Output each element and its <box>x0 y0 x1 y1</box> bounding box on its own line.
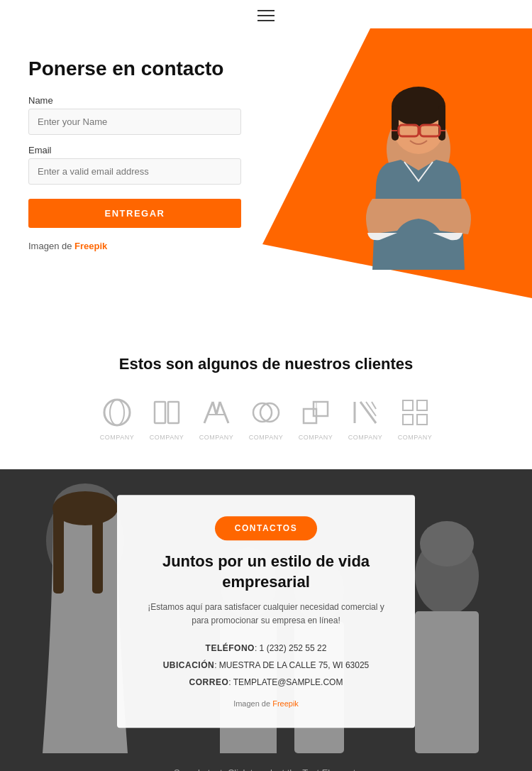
clients-title: Estos son algunos de nuestros clientes <box>21 355 511 373</box>
hero-title: Ponerse en contacto <box>28 57 241 81</box>
email-input[interactable] <box>28 158 241 185</box>
email-label: CORREO <box>189 677 229 687</box>
svg-line-16 <box>204 402 213 423</box>
list-item: COMPANY <box>348 395 383 441</box>
name-form-group: Name <box>28 95 241 135</box>
clients-section: Estos son algunos de nuestros clientes C… <box>0 327 532 469</box>
svg-line-28 <box>366 402 376 416</box>
email-label: Email <box>28 145 241 155</box>
svg-point-2 <box>392 87 445 126</box>
location-label: UBICACIÓN <box>163 660 215 670</box>
contact-banner: CONTACTOS Juntos por un estilo de vida e… <box>0 469 532 753</box>
name-label: Name <box>28 95 241 106</box>
banner-credit: Imagen de Freepik <box>142 699 390 708</box>
footer: Sample text. Click to select the Text El… <box>0 753 532 771</box>
submit-button[interactable]: ENTREGAR <box>28 199 241 228</box>
list-item: COMPANY <box>397 395 433 441</box>
hero-credit: Imagen de Freepik <box>28 241 241 251</box>
banner-title: Juntos por un estilo de vida empresarial <box>142 552 390 592</box>
svg-rect-31 <box>417 400 427 410</box>
hero-section: Ponerse en contacto Name Email ENTREGAR … <box>0 28 532 327</box>
svg-rect-32 <box>403 415 413 425</box>
name-input[interactable] <box>28 109 241 135</box>
banner-card: CONTACTOS Juntos por un estilo de vida e… <box>117 495 415 728</box>
svg-rect-30 <box>403 400 413 410</box>
svg-point-10 <box>104 400 130 425</box>
svg-rect-3 <box>392 105 399 141</box>
banner-description: ¡Estamos aquí para satisfacer cualquier … <box>142 601 390 628</box>
phone-line: TELÉFONO: 1 (232) 252 55 22 <box>142 640 390 657</box>
header <box>0 0 532 28</box>
credit-prefix: Imagen de <box>28 241 74 251</box>
list-item: COMPANY <box>199 395 234 441</box>
hamburger-icon[interactable] <box>257 10 275 21</box>
list-item: COMPANY <box>99 395 135 441</box>
phone-value: : 1 (232) 252 55 22 <box>255 643 326 653</box>
email-line: CORREO: TEMPLATE@SAMPLE.COM <box>142 674 390 691</box>
phone-label: TELÉFONO <box>206 643 255 653</box>
location-value: : MUESTRA DE LA CALLE 75, WI 63025 <box>214 660 369 670</box>
svg-point-11 <box>110 400 124 425</box>
hero-content: Ponerse en contacto Name Email ENTREGAR … <box>28 57 241 251</box>
hero-image <box>234 28 532 327</box>
list-item: COMPANY <box>248 395 284 441</box>
email-form-group: Email <box>28 145 241 185</box>
svg-line-18 <box>216 402 220 415</box>
svg-rect-12 <box>155 402 165 423</box>
banner-credit-prefix: Imagen de <box>233 699 272 708</box>
freepik-link[interactable]: Freepik <box>74 241 107 251</box>
svg-line-19 <box>220 402 228 423</box>
list-item: COMPANY <box>298 395 333 441</box>
footer-text[interactable]: Sample text. Click to select the Text El… <box>14 767 518 771</box>
svg-rect-33 <box>417 415 427 425</box>
contactos-button[interactable]: CONTACTOS <box>215 516 317 540</box>
svg-rect-13 <box>168 402 179 423</box>
banner-freepik-link[interactable]: Freepik <box>272 699 299 708</box>
contact-details: TELÉFONO: 1 (232) 252 55 22 UBICACIÓN: M… <box>142 640 390 691</box>
email-value: : TEMPLATE@SAMPLE.COM <box>228 677 343 687</box>
list-item: COMPANY <box>149 395 184 441</box>
clients-logos: COMPANY COMPANY COMPANY <box>21 395 511 441</box>
svg-line-29 <box>372 402 376 409</box>
location-line: UBICACIÓN: MUESTRA DE LA CALLE 75, WI 63… <box>142 657 390 674</box>
